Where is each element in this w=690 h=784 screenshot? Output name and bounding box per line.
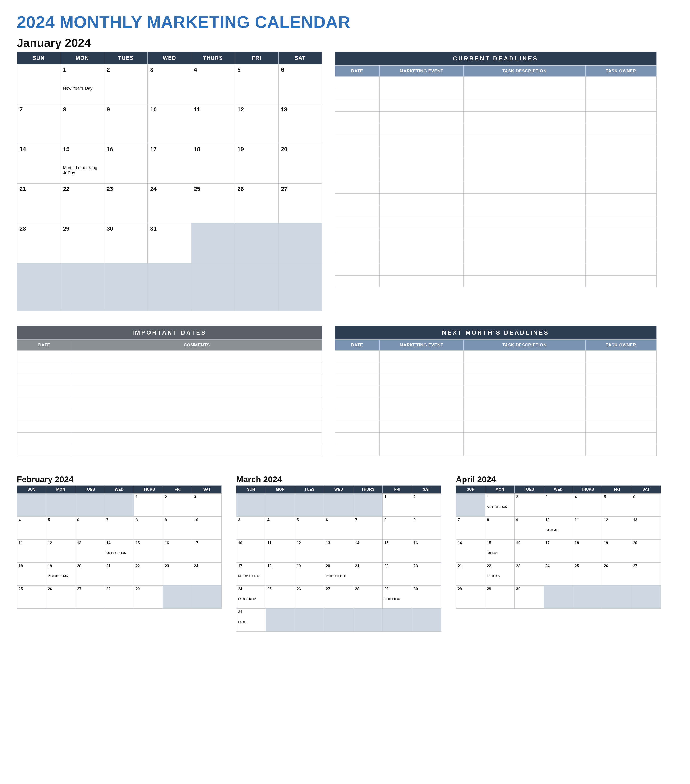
calendar-cell[interactable] bbox=[602, 586, 631, 609]
table-cell[interactable] bbox=[463, 433, 586, 444]
table-cell[interactable] bbox=[335, 275, 380, 287]
table-row[interactable] bbox=[17, 374, 322, 386]
table-cell[interactable] bbox=[463, 158, 586, 170]
calendar-cell[interactable]: 19President's Day bbox=[46, 563, 75, 586]
calendar-cell[interactable]: 7 bbox=[105, 517, 134, 540]
calendar-cell[interactable]: 18 bbox=[265, 563, 295, 586]
calendar-cell[interactable]: 4 bbox=[17, 517, 46, 540]
calendar-cell[interactable]: 21 bbox=[105, 563, 134, 586]
table-row[interactable] bbox=[335, 194, 657, 205]
table-row[interactable] bbox=[17, 421, 322, 433]
table-row[interactable] bbox=[335, 444, 657, 456]
calendar-cell[interactable] bbox=[235, 263, 278, 311]
calendar-cell[interactable]: 7 bbox=[456, 517, 485, 540]
calendar-cell[interactable]: 10 bbox=[237, 540, 266, 563]
calendar-cell[interactable]: 3 bbox=[543, 494, 573, 517]
calendar-cell[interactable]: 30 bbox=[412, 586, 441, 609]
table-cell[interactable] bbox=[335, 240, 380, 252]
table-row[interactable] bbox=[17, 433, 322, 444]
table-cell[interactable] bbox=[17, 351, 72, 362]
table-cell[interactable] bbox=[586, 217, 657, 229]
calendar-cell[interactable]: 1 bbox=[134, 494, 163, 517]
table-cell[interactable] bbox=[463, 397, 586, 409]
calendar-cell[interactable]: 5 bbox=[235, 64, 278, 104]
table-cell[interactable] bbox=[586, 433, 657, 444]
calendar-cell[interactable] bbox=[383, 609, 412, 632]
table-cell[interactable] bbox=[463, 386, 586, 397]
table-cell[interactable] bbox=[380, 76, 463, 88]
calendar-cell[interactable]: 6 bbox=[75, 517, 105, 540]
calendar-cell[interactable]: 22 bbox=[61, 184, 104, 223]
calendar-cell[interactable]: 26 bbox=[602, 563, 631, 586]
table-cell[interactable] bbox=[72, 433, 322, 444]
calendar-cell[interactable] bbox=[191, 223, 235, 263]
table-row[interactable] bbox=[335, 112, 657, 124]
table-row[interactable] bbox=[335, 421, 657, 433]
table-cell[interactable] bbox=[463, 205, 586, 217]
calendar-cell[interactable]: 24Palm Sunday bbox=[237, 586, 266, 609]
calendar-cell[interactable] bbox=[353, 494, 383, 517]
calendar-cell[interactable]: 6 bbox=[278, 64, 322, 104]
calendar-cell[interactable]: 22 bbox=[134, 563, 163, 586]
calendar-cell[interactable]: 30 bbox=[104, 223, 147, 263]
calendar-cell[interactable]: 25 bbox=[191, 184, 235, 223]
table-cell[interactable] bbox=[380, 124, 463, 135]
table-row[interactable] bbox=[17, 444, 322, 456]
table-cell[interactable] bbox=[335, 158, 380, 170]
table-cell[interactable] bbox=[463, 76, 586, 88]
calendar-cell[interactable]: 4 bbox=[191, 64, 235, 104]
calendar-cell[interactable]: 23 bbox=[104, 184, 147, 223]
calendar-cell[interactable]: 27 bbox=[324, 586, 353, 609]
calendar-cell[interactable]: 11 bbox=[573, 517, 602, 540]
calendar-cell[interactable]: 26 bbox=[235, 184, 278, 223]
table-cell[interactable] bbox=[463, 194, 586, 205]
table-cell[interactable] bbox=[586, 409, 657, 421]
calendar-cell[interactable] bbox=[193, 586, 222, 609]
table-row[interactable] bbox=[335, 170, 657, 182]
calendar-cell[interactable]: 29 bbox=[485, 586, 514, 609]
table-cell[interactable] bbox=[380, 433, 463, 444]
table-cell[interactable] bbox=[335, 252, 380, 264]
table-cell[interactable] bbox=[586, 112, 657, 124]
calendar-cell[interactable]: 30 bbox=[514, 586, 543, 609]
calendar-cell[interactable]: 19 bbox=[602, 540, 631, 563]
calendar-cell[interactable]: 28 bbox=[456, 586, 485, 609]
calendar-cell[interactable] bbox=[17, 494, 46, 517]
table-cell[interactable] bbox=[72, 397, 322, 409]
table-cell[interactable] bbox=[380, 205, 463, 217]
table-cell[interactable] bbox=[380, 351, 463, 362]
calendar-cell[interactable] bbox=[295, 609, 324, 632]
calendar-cell[interactable]: 11 bbox=[191, 104, 235, 144]
calendar-cell[interactable]: 21 bbox=[456, 563, 485, 586]
table-cell[interactable] bbox=[586, 374, 657, 386]
table-row[interactable] bbox=[335, 135, 657, 147]
calendar-cell[interactable] bbox=[543, 586, 573, 609]
calendar-cell[interactable] bbox=[191, 263, 235, 311]
table-cell[interactable] bbox=[586, 170, 657, 182]
calendar-cell[interactable]: 19 bbox=[235, 144, 278, 184]
table-cell[interactable] bbox=[463, 409, 586, 421]
calendar-cell[interactable]: 18 bbox=[191, 144, 235, 184]
calendar-cell[interactable] bbox=[412, 609, 441, 632]
table-cell[interactable] bbox=[463, 100, 586, 112]
calendar-cell[interactable]: 27 bbox=[631, 563, 661, 586]
table-row[interactable] bbox=[335, 362, 657, 374]
calendar-cell[interactable] bbox=[17, 263, 61, 311]
table-cell[interactable] bbox=[380, 252, 463, 264]
table-cell[interactable] bbox=[380, 135, 463, 147]
table-cell[interactable] bbox=[586, 182, 657, 194]
table-cell[interactable] bbox=[335, 444, 380, 456]
calendar-cell[interactable]: 14 bbox=[17, 144, 61, 184]
table-cell[interactable] bbox=[380, 229, 463, 240]
calendar-cell[interactable]: 20Vernal Equinox bbox=[324, 563, 353, 586]
calendar-cell[interactable]: 16 bbox=[412, 540, 441, 563]
calendar-cell[interactable]: 13 bbox=[631, 517, 661, 540]
calendar-cell[interactable] bbox=[324, 494, 353, 517]
calendar-cell[interactable] bbox=[148, 263, 191, 311]
calendar-cell[interactable]: 16 bbox=[163, 540, 193, 563]
calendar-cell[interactable]: 14Valentine's Day bbox=[105, 540, 134, 563]
calendar-cell[interactable] bbox=[573, 586, 602, 609]
calendar-cell[interactable]: 3 bbox=[148, 64, 191, 104]
table-cell[interactable] bbox=[586, 444, 657, 456]
table-cell[interactable] bbox=[586, 158, 657, 170]
